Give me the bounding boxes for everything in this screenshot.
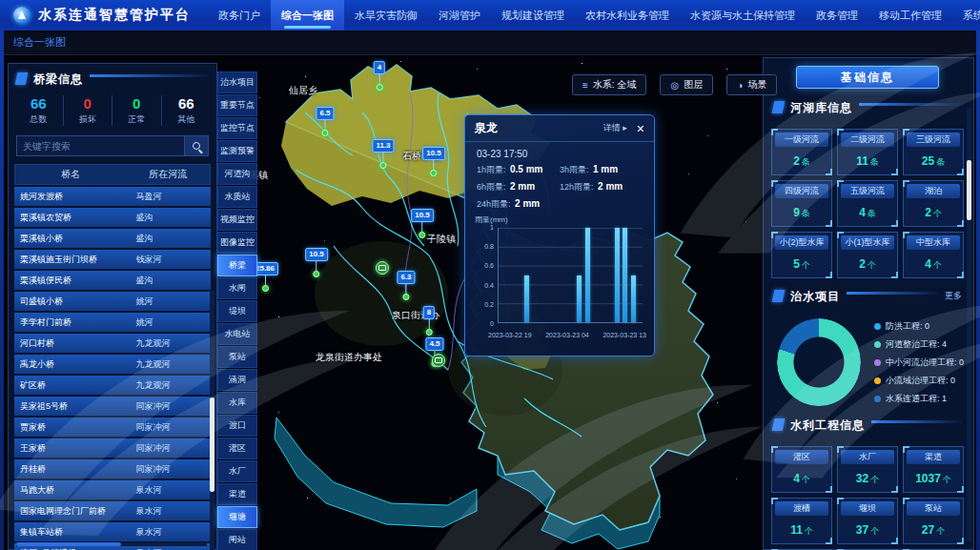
table-row[interactable]: 姚河发渡桥 马盈河 (14, 187, 211, 206)
search-input[interactable] (16, 135, 184, 156)
layer-toggle-button[interactable]: 水库 (217, 392, 257, 414)
layer-toggle-button[interactable]: 灌区 (217, 438, 257, 459)
marker-stem (265, 275, 266, 285)
layer-toggle-button[interactable]: 水质站 (217, 186, 257, 208)
table-row[interactable]: 集镇车站桥 泉水河 (14, 522, 211, 541)
marker-pin-icon (313, 271, 319, 277)
table-row[interactable]: 河口村桥 九龙观河 (14, 334, 211, 353)
table-row[interactable]: 李学村门前桥 姚河 (14, 313, 211, 332)
stat-label: 正常 (112, 113, 161, 126)
stat-value: 0 (112, 95, 161, 112)
table-scrollbar[interactable] (210, 291, 214, 550)
layer-toggle-button[interactable]: 桥梁 (217, 255, 257, 276)
map-station-marker[interactable]: 4 (374, 61, 385, 91)
stat-card[interactable]: 渠道 1037个 (903, 446, 964, 493)
table-row[interactable]: 贾家桥 同家冲河 (14, 418, 211, 437)
table-row[interactable]: 马跑大桥 泉水河 (14, 480, 211, 499)
basic-info-button[interactable]: 基础信息 (796, 66, 939, 89)
nav-item[interactable]: 政务管理 (806, 0, 868, 31)
table-row[interactable]: 王家桥 同家冲河 (14, 438, 211, 458)
stat-card[interactable]: 中型水库 4个 (903, 232, 964, 278)
river-name-cell: 泉水河 (126, 505, 211, 518)
stat-card[interactable]: 泵站 27个 (903, 498, 964, 544)
map-station-marker[interactable]: 11.3 (372, 139, 394, 169)
layer-toggle-button[interactable]: 重要节点 (217, 94, 257, 116)
section-corner-icon (772, 101, 786, 113)
right-panel-scrollbar[interactable] (967, 108, 971, 541)
map-control-button[interactable]: ≡ 水系: 全域 (572, 74, 646, 95)
breadcrumb[interactable]: 综合一张图 (13, 35, 66, 50)
table-row[interactable]: 栗溪镇便民桥 盛沟 (14, 271, 211, 290)
donut-ring (777, 318, 861, 406)
map-station-marker[interactable]: 10.5 (305, 248, 328, 277)
popup-detail-link[interactable]: 详情 ▸ (603, 122, 627, 134)
table-hscrollbar[interactable] (16, 542, 207, 546)
stat-card[interactable]: 堰坝 37个 (837, 498, 898, 544)
stat-card[interactable]: 渡槽 11个 (771, 498, 832, 544)
layer-toggle-button[interactable]: 涵洞 (217, 369, 257, 391)
stat-card[interactable]: 一级河流 2条 (771, 129, 832, 175)
map-station-marker[interactable]: 6.5 (316, 107, 334, 136)
table-row[interactable]: 矿区桥 九龙观河 (14, 376, 211, 395)
stat-card[interactable]: 四级河流 9条 (771, 180, 832, 227)
table-row[interactable]: 司盛镇小桥 姚河 (14, 292, 211, 311)
map-station-marker[interactable]: 10.5 (411, 209, 434, 238)
more-link[interactable]: 更多 (945, 290, 962, 302)
scrollbar-thumb[interactable] (210, 397, 214, 492)
layer-toggle-button[interactable]: 监控节点 (217, 117, 257, 139)
nav-item[interactable]: 水旱灾害防御 (344, 0, 428, 31)
camera-marker-icon[interactable] (432, 354, 445, 367)
nav-item[interactable]: 综合一张图 (271, 0, 344, 31)
search-button[interactable] (184, 135, 209, 156)
stat-card[interactable]: 三级河流 25条 (903, 129, 964, 175)
water-projects-section-title: 治水项目 (790, 289, 840, 305)
engineering-section-header: 水利工程信息 (771, 416, 964, 439)
layer-toggle-button[interactable]: 河道沟 (217, 163, 257, 185)
stat-card[interactable]: 小(2)型水库 5个 (771, 232, 832, 278)
nav-item[interactable]: 农村水利业务管理 (575, 0, 680, 31)
table-row[interactable]: 栗溪镇施玉街门坝桥 钱家河 (14, 250, 211, 269)
layer-toggle-button[interactable]: 闸站 (217, 529, 257, 550)
layer-toggle-button[interactable]: 堤坝 (217, 300, 257, 322)
layer-toggle-button[interactable]: 堰塘 (217, 506, 257, 528)
stat-card[interactable]: 灌区 4个 (771, 446, 832, 493)
table-row[interactable]: 栗溪镇小桥 盛沟 (14, 229, 211, 248)
close-icon[interactable]: × (637, 122, 644, 135)
layer-toggle-button[interactable]: 水闸 (217, 277, 257, 299)
stat-card[interactable]: 湖泊 2个 (903, 180, 964, 227)
nav-item[interactable]: 移动工作管理 (868, 0, 952, 31)
nav-item[interactable]: 系统管理 (952, 0, 980, 31)
metric-value: 2 mm (515, 198, 540, 209)
nav-item[interactable]: 水资源与水土保持管理 (680, 0, 806, 31)
layer-toggle-button[interactable]: 水厂 (217, 460, 257, 482)
camera-marker-icon[interactable] (376, 261, 389, 275)
stat-card[interactable]: 五级河流 4条 (837, 180, 898, 227)
stat-card[interactable]: 二级河流 11条 (837, 129, 898, 175)
layer-toggle-button[interactable]: 泵站 (217, 346, 257, 368)
layer-toggle-button[interactable]: 水电站 (217, 323, 257, 345)
map-control-button[interactable]: ◑ 场景 (726, 74, 777, 95)
nav-item[interactable]: 规划建设管理 (491, 0, 575, 31)
scrollbar-thumb[interactable] (967, 160, 971, 221)
table-row[interactable]: 栗溪镇农贸桥 盛沟 (14, 208, 211, 227)
table-row[interactable]: 吴家祖5号桥 同家冲河 (14, 397, 211, 416)
table-row[interactable]: 国家电网理念门厂前桥 泉水河 (14, 501, 211, 520)
nav-item[interactable]: 政务门户 (208, 0, 271, 31)
layer-toggle-button[interactable]: 治水项目 (217, 71, 257, 93)
map-station-marker[interactable]: 6.3 (397, 271, 415, 300)
table-row[interactable]: 禹龙小桥 九龙观河 (14, 355, 211, 374)
stat-card[interactable]: 小(1)型水库 2个 (837, 232, 898, 278)
map-station-marker[interactable]: 10.5 (422, 147, 445, 176)
table-row[interactable]: 丹桂桥 同家冲河 (14, 459, 211, 479)
layer-toggle-button[interactable]: 图像监控 (217, 232, 257, 254)
layer-toggle-button[interactable]: 视频监控 (217, 209, 257, 231)
map-control-button[interactable]: ◎ 图层 (660, 74, 713, 95)
stat-card[interactable]: 水厂 32个 (837, 446, 898, 493)
scrollbar-thumb[interactable] (16, 542, 121, 546)
section-corner-icon (772, 418, 786, 431)
layer-toggle-button[interactable]: 渡口 (217, 415, 257, 437)
nav-item[interactable]: 河湖管护 (428, 0, 491, 31)
layer-toggle-button[interactable]: 监测预警 (217, 140, 257, 162)
layer-toggle-button[interactable]: 渠道 (217, 483, 257, 505)
map-station-marker[interactable]: 8 (423, 306, 435, 336)
